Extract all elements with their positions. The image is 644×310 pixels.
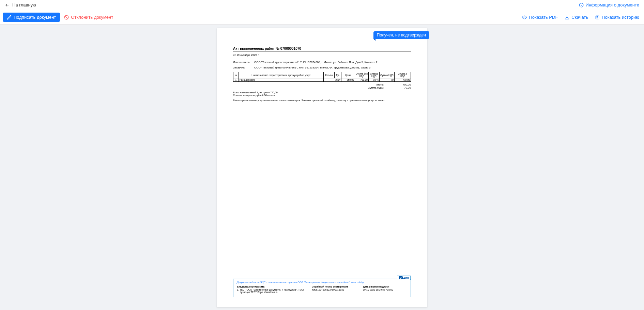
- sig-owner-value: ТЕСТ ООО "Электронные документы и наклад…: [240, 289, 312, 293]
- th-name: Наименование, характеристика, артикул ра…: [239, 72, 324, 78]
- info-label: Информация о документе: [586, 2, 639, 7]
- td-name: Разгаворваем: [239, 78, 324, 82]
- executor-label: Исполнитель:: [233, 61, 254, 64]
- customer-value: ООО "Тестовый грузополучатель", УНП 5915…: [254, 66, 411, 69]
- td-vat-rate: 10 %: [369, 78, 380, 82]
- th-qty: Кол-во: [324, 72, 335, 78]
- executor-value: ООО "Тестовый грузоотправитель", УНП 192…: [254, 61, 411, 64]
- sign-button[interactable]: Подписать документ: [3, 13, 60, 22]
- th-total: Сумма с НДС: [395, 72, 411, 78]
- back-label: На главную: [12, 2, 36, 7]
- document-page: Акт выполненных работ № 07000001070 от 1…: [217, 28, 427, 307]
- info-link[interactable]: Информация о документе: [579, 2, 639, 7]
- td-qty: 2 шт: [324, 78, 341, 82]
- td-price: 350,00: [341, 78, 355, 82]
- services-table: № Наименование, характеристика, артикул …: [233, 72, 411, 82]
- status-badge: Получен, не подтвержден: [373, 31, 429, 39]
- totals-labels: Итого: Сумма НДС:: [368, 83, 384, 89]
- table-header-row: № Наименование, характеристика, артикул …: [233, 72, 411, 78]
- reject-label: Отклонить документ: [71, 15, 113, 20]
- note-count: Всего наименований 1, на сумму 770,00: [233, 91, 411, 94]
- sign-label: Подписать документ: [14, 15, 56, 20]
- td-total: 770,00: [395, 78, 411, 82]
- arrow-left-icon: [5, 3, 10, 7]
- th-sum-no-vat: Сумма без НДС: [355, 72, 369, 78]
- td-sum-no-vat: 700,00: [355, 78, 369, 82]
- table-row: 1 Разгаворваем 2 шт 350,00 700,00 10 % 7…: [233, 78, 411, 82]
- th-unit: Ед.: [335, 72, 341, 78]
- signature-columns: Владелец сертификата 1. ТЕСТ ООО "Электр…: [237, 285, 407, 293]
- back-link[interactable]: На главную: [5, 2, 36, 7]
- customer-row: Заказчик: ООО "Тестовый грузополучатель"…: [233, 66, 411, 69]
- show-pdf-label: Показать PDF: [529, 15, 558, 20]
- toolbar-left: Подписать документ Отклонить документ: [3, 13, 113, 22]
- edn-logo: ДиН: [397, 276, 411, 280]
- itogo-label: Итого:: [368, 83, 384, 86]
- sig-serial-head: Серийный номер сертификата: [312, 285, 363, 288]
- info-icon: [579, 3, 584, 7]
- toolbar: Подписать документ Отклонить документ По…: [0, 10, 644, 25]
- totals-values: 700,00 70,00: [394, 83, 411, 89]
- svg-point-2: [524, 17, 525, 18]
- history-link[interactable]: Показать историю: [595, 15, 639, 20]
- executor-row: Исполнитель: ООО "Тестовый грузоотправит…: [233, 61, 411, 64]
- note-claims: Вышеперечисленные услуги выполнены полно…: [233, 99, 411, 103]
- pen-icon: [7, 15, 12, 20]
- th-vat-sum: Сумма НДС: [380, 72, 395, 78]
- history-icon: [595, 15, 600, 20]
- reject-button[interactable]: Отклонить документ: [64, 15, 113, 20]
- signature-header: Документ подписан ЭЦП с использованием с…: [237, 281, 407, 283]
- doc-date: от 19 октября 2023 г.: [233, 53, 411, 57]
- th-num: №: [233, 72, 239, 78]
- doc-title: Акт выполненных работ № 07000001070: [233, 47, 411, 51]
- top-bar: На главную Информация о документе: [0, 0, 644, 10]
- sig-col-owner: Владелец сертификата 1. ТЕСТ ООО "Электр…: [237, 285, 312, 293]
- download-label: Скачать: [571, 15, 588, 20]
- th-vat-rate: Ставка НДС: [369, 72, 380, 78]
- eye-icon: [522, 15, 527, 20]
- toolbar-right: Показать PDF Скачать Показать историю: [522, 15, 639, 20]
- download-icon: [565, 15, 569, 20]
- td-num: 1: [233, 78, 239, 82]
- sig-row-num: 1.: [237, 289, 240, 293]
- sig-date-value: 19-10-2023 18:39:52 +03:00: [363, 289, 407, 291]
- cancel-icon: [64, 15, 69, 20]
- signature-box: ДиН Документ подписан ЭЦП с использовани…: [233, 279, 411, 297]
- sig-owner-row: 1. ТЕСТ ООО "Электронные документы и нак…: [237, 289, 312, 293]
- note-words: Семьсот семьдесят рублей 00 копеек: [233, 94, 411, 96]
- customer-label: Заказчик:: [233, 66, 254, 69]
- sig-serial-value: 40E613345368237690218E53: [312, 289, 363, 291]
- totals-block: Итого: Сумма НДС: 700,00 70,00: [233, 83, 411, 89]
- vat-total-label: Сумма НДС:: [368, 86, 384, 89]
- download-link[interactable]: Скачать: [565, 15, 588, 20]
- th-price: Цена: [341, 72, 355, 78]
- sig-owner-head: Владелец сертификата: [237, 285, 312, 288]
- document-viewer: Получен, не подтвержден Акт выполненных …: [0, 25, 644, 310]
- itogo-value: 700,00: [394, 83, 411, 86]
- show-pdf-link[interactable]: Показать PDF: [522, 15, 558, 20]
- sig-col-date: Дата и время подписи 19-10-2023 18:39:52…: [363, 285, 407, 293]
- vat-total-value: 70,00: [394, 86, 411, 89]
- history-label: Показать историю: [602, 15, 639, 20]
- td-vat-sum: 70: [380, 78, 395, 82]
- sig-date-head: Дата и время подписи: [363, 285, 407, 288]
- sig-col-serial: Серийный номер сертификата 40E6133453682…: [312, 285, 363, 293]
